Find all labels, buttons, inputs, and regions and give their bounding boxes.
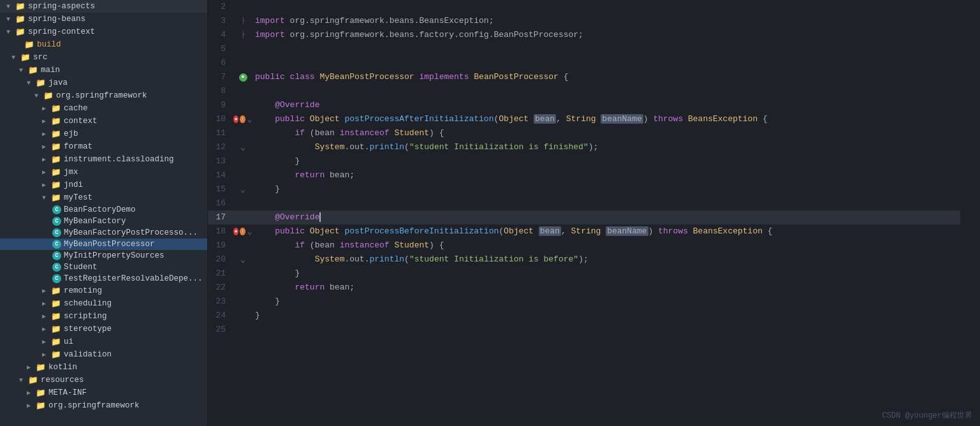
expand-arrow: ▼ — [6, 16, 15, 23]
code-line-24: 24 } — [208, 309, 960, 323]
sidebar-item-mybeanfactory[interactable]: C MyBeanFactory — [0, 216, 207, 227]
sidebar-item-validation[interactable]: ▶ 📁 validation — [0, 348, 207, 361]
file-tree[interactable]: ▼ 📁 spring-aspects ▼ 📁 spring-beans ▼ 📁 … — [0, 0, 208, 426]
sidebar-item-format[interactable]: ▶ 📁 format — [0, 140, 207, 153]
line-code: public Object postProcessBeforeInitializ… — [252, 224, 960, 239]
expand-arrow: ▼ — [6, 29, 15, 36]
line-code: System.out.println("student Initializati… — [252, 140, 960, 154]
class-icon: C — [52, 263, 61, 272]
line-number: 21 — [208, 267, 233, 281]
gutter-debug-icon[interactable]: ● — [233, 228, 238, 235]
sidebar-item-spring-beans[interactable]: ▼ 📁 spring-beans — [0, 13, 207, 26]
gutter-warn-icon[interactable]: ! — [240, 115, 245, 123]
sidebar-item-beanfactorydemo[interactable]: C BeanFactoryDemo — [0, 204, 207, 216]
code-editor[interactable]: 2 3 ├ import org.springframework.beans.B… — [208, 0, 980, 426]
expand-arrow: ▶ — [42, 287, 51, 295]
sidebar-item-label: scripting — [64, 312, 107, 321]
sidebar-item-mybeanfactorypostprocessor[interactable]: C MyBeanFactoryPostProcesso... — [0, 227, 207, 239]
line-number: 12 — [208, 140, 233, 154]
sidebar-item-instrument[interactable]: ▶ 📁 instrument.classloading — [0, 153, 207, 166]
sidebar-item-testregister[interactable]: C TestRegisterResolvableDepe... — [0, 273, 207, 284]
line-code: } — [252, 182, 960, 196]
sidebar-item-resources[interactable]: ▼ 📁 resources — [0, 374, 207, 386]
sidebar-item-spring-context[interactable]: ▼ 📁 spring-context — [0, 26, 207, 38]
sidebar-item-label: BeanFactoryDemo — [64, 205, 136, 214]
expand-arrow: ▶ — [42, 338, 51, 346]
gutter-debug-icon[interactable]: ● — [233, 115, 238, 123]
sidebar-item-remoting[interactable]: ▶ 📁 remoting — [0, 284, 207, 297]
sidebar-item-mybeanpostprocessor[interactable]: C MyBeanPostProcessor — [0, 239, 207, 250]
folder-icon: 📁 — [51, 286, 61, 296]
folder-icon: 📁 — [36, 400, 46, 411]
sidebar-item-spring-aspects[interactable]: ▼ 📁 spring-aspects — [0, 0, 207, 13]
code-line-13: 13 } — [208, 154, 960, 168]
line-code: } — [252, 154, 960, 168]
sidebar-item-myinitpropertysources[interactable]: C MyInitPropertySources — [0, 250, 207, 261]
gutter-run-icon[interactable]: ● — [239, 73, 247, 82]
sidebar-item-org-springframework[interactable]: ▼ 📁 org.springframework — [0, 89, 207, 102]
sidebar-item-scheduling[interactable]: ▶ 📁 scheduling — [0, 297, 207, 310]
folder-icon: 📁 — [51, 311, 61, 321]
sidebar-item-ui[interactable]: ▶ 📁 ui — [0, 335, 207, 348]
line-number: 13 — [208, 154, 233, 168]
sidebar-item-label: META-INF — [48, 388, 87, 397]
sidebar-item-jmx[interactable]: ▶ 📁 jmx — [0, 166, 207, 179]
folder-icon: 📁 — [28, 65, 38, 75]
line-gutter: ● ! ⌄ — [233, 224, 252, 239]
watermark: CSDN @younger编程世界 — [882, 410, 972, 421]
code-line-3: 3 ├ import org.springframework.beans.Bea… — [208, 14, 960, 28]
gutter-warn-icon[interactable]: ! — [240, 228, 245, 235]
sidebar-item-ejb[interactable]: ▶ 📁 ejb — [0, 128, 207, 140]
folder-icon: 📁 — [51, 298, 61, 309]
sidebar-item-context[interactable]: ▶ 📁 context — [0, 115, 207, 128]
line-gutter: ├ — [233, 28, 252, 42]
expand-arrow: ▶ — [42, 130, 51, 138]
code-line-9: 9 @Override — [208, 98, 960, 112]
sidebar-item-main[interactable]: ▼ 📁 main — [0, 64, 207, 77]
sidebar-item-label: spring-aspects — [28, 2, 95, 11]
code-line-7: 7 ● public class MyBeanPostProcessor imp… — [208, 70, 960, 84]
code-line-12: 12 ⌄ System.out.println("student Initial… — [208, 140, 960, 154]
expand-arrow: ▶ — [42, 351, 51, 358]
sidebar-item-student[interactable]: C Student — [0, 261, 207, 273]
line-code: public class MyBeanPostProcessor impleme… — [252, 70, 960, 84]
sidebar-item-label: validation — [64, 350, 112, 359]
sidebar-item-cache[interactable]: ▶ 📁 cache — [0, 102, 207, 115]
expand-arrow: ▼ — [19, 377, 28, 384]
sidebar-item-java[interactable]: ▼ 📁 java — [0, 77, 207, 89]
line-code: } — [252, 309, 960, 323]
code-line-16: 16 — [208, 196, 960, 210]
sidebar-item-stereotype[interactable]: ▶ 📁 stereotype — [0, 323, 207, 335]
sidebar-item-resources-org-springframework[interactable]: ▶ 📁 org.springframework — [0, 399, 207, 412]
sidebar-item-mytest[interactable]: ▼ 📁 myTest — [0, 191, 207, 204]
line-number: 8 — [208, 84, 233, 98]
code-line-6: 6 — [208, 56, 960, 70]
line-number: 5 — [208, 42, 233, 56]
code-line-5: 5 — [208, 42, 960, 56]
class-icon: C — [52, 228, 61, 237]
sidebar-item-label: java — [48, 78, 68, 87]
sidebar-item-label: TestRegisterResolvableDepe... — [64, 274, 203, 283]
sidebar-item-src[interactable]: ▼ 📁 src — [0, 51, 207, 64]
sidebar-item-build[interactable]: 📁 build — [0, 38, 207, 51]
sidebar-item-meta-inf[interactable]: ▶ 📁 META-INF — [0, 386, 207, 399]
line-number: 10 — [208, 112, 233, 126]
line-number: 20 — [208, 253, 233, 267]
code-line-8: 8 — [208, 84, 960, 98]
code-line-18: 18 ● ! ⌄ public Object postProcessBefore… — [208, 224, 960, 239]
sidebar-item-kotlin[interactable]: ▶ 📁 kotlin — [0, 361, 207, 374]
sidebar-item-label: resources — [41, 376, 84, 385]
line-code: if (bean instanceof Student) { — [252, 126, 960, 140]
sidebar-item-jndi[interactable]: ▶ 📁 jndi — [0, 179, 207, 191]
expand-arrow: ▶ — [42, 156, 51, 163]
sidebar-item-label: remoting — [64, 286, 102, 295]
sidebar-item-label: MyBeanFactoryPostProcesso... — [64, 228, 198, 237]
fold-arrow: ⌄ — [247, 224, 252, 239]
line-code: if (bean instanceof Student) { — [252, 239, 960, 253]
folder-icon: 📁 — [51, 324, 61, 334]
line-code: import org.springframework.beans.BeansEx… — [252, 14, 960, 28]
sidebar-item-scripting[interactable]: ▶ 📁 scripting — [0, 310, 207, 323]
folder-icon: 📁 — [43, 91, 54, 101]
code-line-4: 4 ├ import org.springframework.beans.fac… — [208, 28, 960, 42]
expand-arrow: ▶ — [42, 143, 51, 151]
